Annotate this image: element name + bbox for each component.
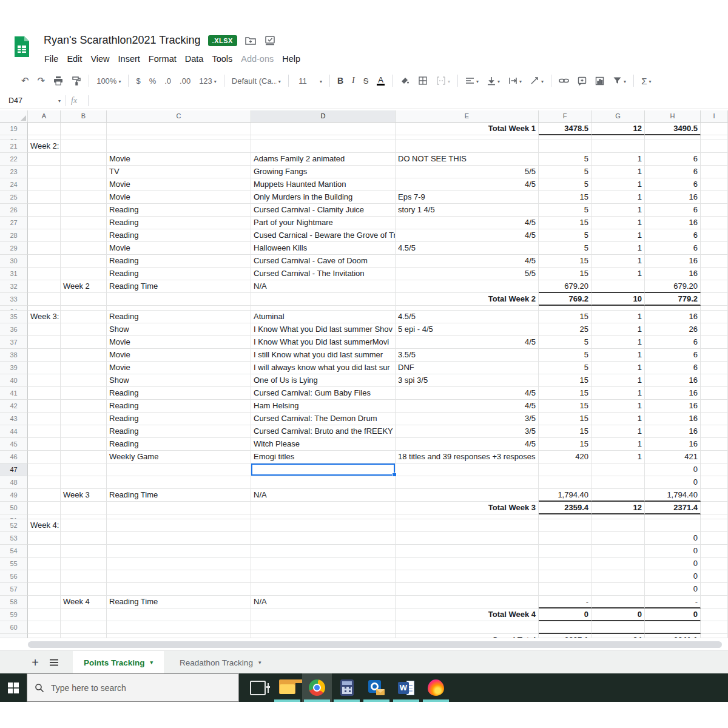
row-header-45[interactable]: 45 xyxy=(0,438,28,451)
cell-E35[interactable]: 4.5/5 xyxy=(396,311,539,323)
cell-F21[interactable] xyxy=(539,140,592,153)
cell-F48[interactable] xyxy=(539,476,592,489)
chrome-taskbar-icon[interactable] xyxy=(302,673,332,702)
cell-D30[interactable]: Cursed Carnival - Cave of Doom xyxy=(251,255,396,268)
cell-F46[interactable]: 420 xyxy=(539,451,592,463)
cell-G30[interactable]: 1 xyxy=(592,255,645,268)
cell-A51[interactable] xyxy=(28,514,61,519)
cell-A25[interactable] xyxy=(28,191,61,204)
cell-E32[interactable] xyxy=(396,280,539,293)
cell-C31[interactable]: Reading xyxy=(107,268,251,280)
cell-B59[interactable] xyxy=(61,608,107,621)
cell-B19[interactable] xyxy=(61,123,107,135)
cell-C29[interactable]: Movie xyxy=(107,242,251,255)
cell-H51[interactable] xyxy=(645,514,701,519)
column-header-F[interactable]: F xyxy=(539,110,592,123)
cell-H30[interactable]: 16 xyxy=(645,255,701,268)
cell-H58[interactable]: - xyxy=(645,596,701,608)
cell-H23[interactable]: 6 xyxy=(645,166,701,178)
menu-addons[interactable]: Add-ons xyxy=(237,52,278,66)
cell-F45[interactable]: 15 xyxy=(539,438,592,451)
cell-A49[interactable] xyxy=(28,489,61,502)
cell-H61[interactable]: 6641.1 xyxy=(645,634,701,638)
insert-link-button[interactable] xyxy=(554,73,573,88)
cell-G44[interactable]: 1 xyxy=(592,425,645,438)
cell-D56[interactable] xyxy=(251,570,396,583)
format-currency-button[interactable]: $ xyxy=(132,73,144,88)
cell-E28[interactable]: 4/5 xyxy=(396,229,539,242)
cell-E43[interactable]: 3/5 xyxy=(396,413,539,425)
row-header-50[interactable]: 50 xyxy=(0,502,28,514)
taskbar-search-input[interactable]: Type here to search xyxy=(27,673,239,702)
row-header-22[interactable]: 22 xyxy=(0,153,28,166)
cell-C25[interactable]: Movie xyxy=(107,191,251,204)
cell-F32[interactable]: 679.20 xyxy=(539,280,592,293)
cell-E38[interactable]: 3.5/5 xyxy=(396,349,539,362)
menu-insert[interactable]: Insert xyxy=(114,52,144,66)
cell-F27[interactable]: 15 xyxy=(539,217,592,229)
cell-G23[interactable]: 1 xyxy=(592,166,645,178)
cell-E57[interactable] xyxy=(396,583,539,596)
column-header-B[interactable]: B xyxy=(61,110,107,123)
row-header-43[interactable]: 43 xyxy=(0,413,28,425)
cell-H42[interactable]: 16 xyxy=(645,400,701,413)
cell-C61[interactable] xyxy=(107,634,251,638)
paint-format-button[interactable] xyxy=(67,73,86,88)
row-header-58[interactable]: 58 xyxy=(0,596,28,608)
cell-D28[interactable]: Cused Carnical - Beware the Grove of Tr xyxy=(251,229,396,242)
cell-D38[interactable]: I still Know what you did last summer xyxy=(251,349,396,362)
cell-A21[interactable]: Week 2: xyxy=(28,140,61,153)
cell-C27[interactable]: Reading xyxy=(107,217,251,229)
cell-I49[interactable] xyxy=(701,489,728,502)
cell-H39[interactable]: 6 xyxy=(645,362,701,374)
cell-E50[interactable]: Total Week 3 xyxy=(396,502,539,514)
row-header-48[interactable]: 48 xyxy=(0,476,28,489)
cell-C37[interactable]: Movie xyxy=(107,336,251,349)
menu-format[interactable]: Format xyxy=(144,52,181,66)
cell-C52[interactable] xyxy=(107,519,251,532)
word-taskbar-icon[interactable]: W xyxy=(391,673,421,702)
cell-C21[interactable] xyxy=(107,140,251,153)
cell-D57[interactable] xyxy=(251,583,396,596)
text-wrap-button[interactable]: ▾ xyxy=(504,73,526,88)
cell-G53[interactable] xyxy=(592,532,645,545)
borders-button[interactable] xyxy=(414,73,432,88)
cell-F37[interactable]: 5 xyxy=(539,336,592,349)
cell-E33[interactable]: Total Week 2 xyxy=(396,293,539,306)
cell-D32[interactable]: N/A xyxy=(251,280,396,293)
cell-H49[interactable]: 1,794.40 xyxy=(645,489,701,502)
all-sheets-button[interactable] xyxy=(44,658,64,667)
row-header-59[interactable]: 59 xyxy=(0,608,28,621)
font-select[interactable]: Default (Ca...▾ xyxy=(228,73,285,88)
cell-C34[interactable] xyxy=(107,306,251,311)
row-header-33[interactable]: 33 xyxy=(0,293,28,306)
cell-F31[interactable]: 15 xyxy=(539,268,592,280)
row-header-42[interactable]: 42 xyxy=(0,400,28,413)
cell-E22[interactable]: DO NOT SEE THIS xyxy=(396,153,539,166)
cell-H32[interactable]: 679.20 xyxy=(645,280,701,293)
cell-D42[interactable]: Ham Helsing xyxy=(251,400,396,413)
cell-I57[interactable] xyxy=(701,583,728,596)
cell-E39[interactable]: DNF xyxy=(396,362,539,374)
cell-B48[interactable] xyxy=(61,476,107,489)
cell-D49[interactable]: N/A xyxy=(251,489,396,502)
cell-G56[interactable] xyxy=(592,570,645,583)
cell-A40[interactable] xyxy=(28,374,61,387)
row-header-47[interactable]: 47 xyxy=(0,463,28,476)
cell-G29[interactable]: 1 xyxy=(592,242,645,255)
cell-I20[interactable] xyxy=(701,135,728,140)
row-header-52[interactable]: 52 xyxy=(0,519,28,532)
strikethrough-button[interactable]: S xyxy=(359,73,373,88)
cell-A26[interactable] xyxy=(28,204,61,217)
filter-button[interactable]: ▾ xyxy=(608,73,630,88)
cell-F35[interactable]: 15 xyxy=(539,311,592,323)
cell-F54[interactable] xyxy=(539,545,592,558)
cell-G20[interactable] xyxy=(592,135,645,140)
cell-D54[interactable] xyxy=(251,545,396,558)
cell-I28[interactable] xyxy=(701,229,728,242)
cell-F51[interactable] xyxy=(539,514,592,519)
cell-H60[interactable] xyxy=(645,621,701,634)
font-size-select[interactable]: 11▾ xyxy=(292,73,326,88)
cell-D31[interactable]: Cursed Carnival - The Invitation xyxy=(251,268,396,280)
cell-H55[interactable]: 0 xyxy=(645,558,701,570)
